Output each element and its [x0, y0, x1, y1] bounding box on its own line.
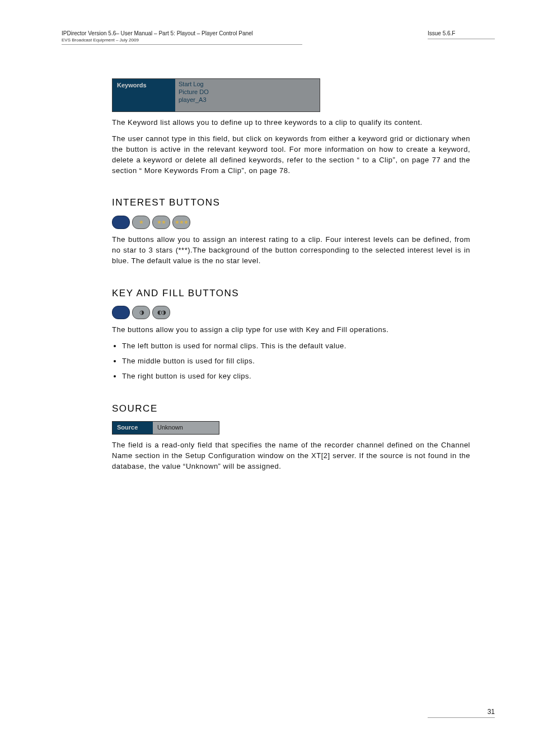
- list-item: The left button is used for normal clips…: [122, 341, 470, 352]
- star-icon: ★★: [157, 218, 166, 227]
- source-box-value: Unknown: [153, 422, 219, 434]
- fill-icon: ◑: [139, 309, 143, 317]
- source-field-figure: Source Unknown: [112, 421, 219, 435]
- keyfill-bullet-list: The left button is used for normal clips…: [122, 341, 470, 382]
- header-issue: Issue 5.6.F: [428, 30, 495, 36]
- keyword-item: Start Log: [179, 81, 316, 88]
- header-subtitle: EVS Broadcast Equipment – July 2009: [62, 38, 302, 43]
- page-footer: 31: [428, 708, 495, 722]
- star-icon: ★: [139, 218, 143, 227]
- header-rule-left: [62, 44, 302, 45]
- text-span: The: [112, 235, 128, 244]
- list-item: The middle button is used for fill clips…: [122, 356, 470, 367]
- keywords-para2: The user cannot type in this field, but …: [112, 134, 470, 176]
- source-box-label: Source: [113, 422, 153, 434]
- interest-one-star-button[interactable]: ★: [132, 216, 150, 229]
- list-item: The right button is used for key clips.: [122, 371, 470, 382]
- keyword-item: player_A3: [179, 96, 316, 104]
- text-span: “: [357, 156, 360, 164]
- source-para: The field is a read-only field that spec…: [112, 440, 470, 472]
- text-span: “: [139, 166, 142, 175]
- text-span: The: [112, 441, 128, 449]
- star-icon: ★★★: [175, 218, 188, 227]
- key-icon: ◐◑: [157, 309, 165, 317]
- interest-buttons-figure: ★ ★★ ★★★: [112, 216, 470, 229]
- page-number: 31: [428, 708, 495, 716]
- text-span: buttons allow you to assign an interest …: [112, 235, 470, 265]
- keyfill-normal-button[interactable]: [112, 306, 130, 319]
- section-title-source: SOURCE: [112, 402, 470, 416]
- keyfill-buttons-figure: ◑ ◐◑: [112, 306, 470, 319]
- text-span: The: [112, 325, 128, 334]
- section-title-keyfill: KEY AND FILL BUTTONS: [112, 287, 470, 301]
- interest-three-star-button[interactable]: ★★★: [172, 216, 190, 229]
- interest-none-button[interactable]: [112, 216, 130, 229]
- keywords-para1: The Keyword list allows you to define up…: [112, 118, 470, 128]
- text-span: buttons allow you to assign a clip type …: [128, 325, 388, 334]
- header-rule-right: [428, 39, 495, 39]
- section-title-interest: INTEREST BUTTONS: [112, 196, 470, 210]
- header-title: IPDirector Version 5.6– User Manual – Pa…: [62, 30, 302, 36]
- keywords-box-list: Start Log Picture DO player_A3: [175, 79, 320, 111]
- text-span: field is a read-only field that specifie…: [112, 441, 470, 470]
- footer-rule: [428, 717, 495, 718]
- keyword-item: Picture DO: [179, 88, 316, 96]
- text-span: More Keywords From a Clip”, on page 78.: [144, 166, 291, 175]
- document-body: Keywords Start Log Picture DO player_A3 …: [112, 78, 470, 472]
- keywords-box-label: Keywords: [113, 79, 175, 111]
- page-header: IPDirector Version 5.6– User Manual – Pa…: [62, 30, 495, 45]
- interest-two-star-button[interactable]: ★★: [152, 216, 170, 229]
- keywords-field-figure: Keywords Start Log Picture DO player_A3: [112, 78, 470, 112]
- keyfill-para: The buttons allow you to assign a clip t…: [112, 325, 470, 335]
- keyfill-key-button[interactable]: ◐◑: [152, 306, 170, 319]
- interest-para: The buttons allow you to assign an inter…: [112, 235, 470, 267]
- keyfill-fill-button[interactable]: ◑: [132, 306, 150, 319]
